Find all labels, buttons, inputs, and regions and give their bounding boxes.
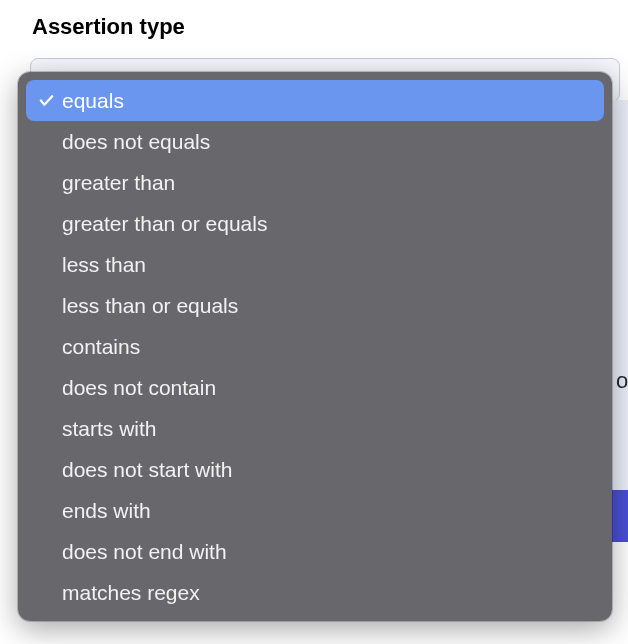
- dropdown-option-label: does not contain: [62, 377, 604, 398]
- dropdown-option-label: less than or equals: [62, 295, 604, 316]
- dropdown-option-label: does not start with: [62, 459, 604, 480]
- dropdown-option[interactable]: does not equals: [26, 121, 604, 162]
- dropdown-option[interactable]: greater than: [26, 162, 604, 203]
- dropdown-option[interactable]: equals: [26, 80, 604, 121]
- dropdown-option-label: starts with: [62, 418, 604, 439]
- field-label: Assertion type: [0, 0, 628, 52]
- background-panel: [610, 100, 628, 530]
- dropdown-option-label: matches regex: [62, 582, 604, 603]
- dropdown-option[interactable]: greater than or equals: [26, 203, 604, 244]
- dropdown-option-label: greater than: [62, 172, 604, 193]
- dropdown-option-label: does not end with: [62, 541, 604, 562]
- dropdown-option[interactable]: less than: [26, 244, 604, 285]
- dropdown-option-label: equals: [62, 90, 604, 111]
- dropdown-option[interactable]: does not end with: [26, 531, 604, 572]
- dropdown-option-label: does not equals: [62, 131, 604, 152]
- dropdown-option[interactable]: does not start with: [26, 449, 604, 490]
- dropdown-option-label: contains: [62, 336, 604, 357]
- dropdown-option-label: less than: [62, 254, 604, 275]
- dropdown-option[interactable]: does not contain: [26, 367, 604, 408]
- background-clipped-text: o: [616, 368, 628, 394]
- check-icon: [30, 92, 62, 109]
- dropdown-option[interactable]: matches regex: [26, 572, 604, 613]
- background-button-fragment: [612, 490, 628, 542]
- dropdown-option[interactable]: contains: [26, 326, 604, 367]
- assertion-type-dropdown: equalsdoes not equalsgreater thangreater…: [18, 72, 612, 621]
- dropdown-option[interactable]: starts with: [26, 408, 604, 449]
- dropdown-option[interactable]: ends with: [26, 490, 604, 531]
- dropdown-option-label: ends with: [62, 500, 604, 521]
- dropdown-option[interactable]: less than or equals: [26, 285, 604, 326]
- dropdown-option-label: greater than or equals: [62, 213, 604, 234]
